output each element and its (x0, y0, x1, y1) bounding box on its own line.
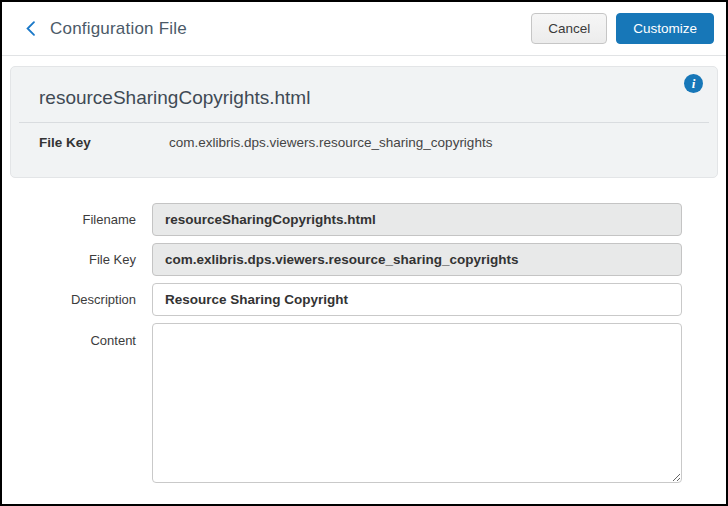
configuration-form: Filename File Key Description Content (2, 203, 726, 483)
file-key-row: File Key com.exlibris.dps.viewers.resour… (39, 135, 689, 150)
customize-button[interactable]: Customize (616, 13, 714, 44)
cancel-button[interactable]: Cancel (531, 13, 607, 44)
description-field[interactable] (152, 283, 682, 316)
file-key-label: File Key (39, 135, 169, 150)
content-label: Content (2, 323, 152, 348)
configuration-file-page: Configuration File Cancel Customize reso… (0, 0, 728, 506)
file-key-field-label: File Key (2, 252, 152, 267)
file-key-field (152, 243, 682, 276)
description-label: Description (2, 292, 152, 307)
filename-field (152, 203, 682, 236)
card-divider (19, 122, 709, 123)
form-row-filename: Filename (2, 203, 726, 236)
form-row-file-key: File Key (2, 243, 726, 276)
page-title: Configuration File (50, 19, 187, 39)
page-header: Configuration File Cancel Customize (2, 2, 726, 56)
file-key-value: com.exlibris.dps.viewers.resource_sharin… (169, 135, 492, 150)
filename-label: Filename (2, 212, 152, 227)
form-row-description: Description (2, 283, 726, 316)
chevron-left-icon (23, 19, 40, 38)
info-icon[interactable]: i (684, 74, 703, 93)
form-row-content: Content (2, 323, 726, 483)
back-button[interactable] (18, 16, 44, 42)
header-actions: Cancel Customize (531, 13, 714, 44)
file-summary-card: resourceSharingCopyrights.html File Key … (10, 66, 718, 178)
content-field[interactable] (152, 323, 682, 483)
file-title: resourceSharingCopyrights.html (39, 87, 689, 109)
